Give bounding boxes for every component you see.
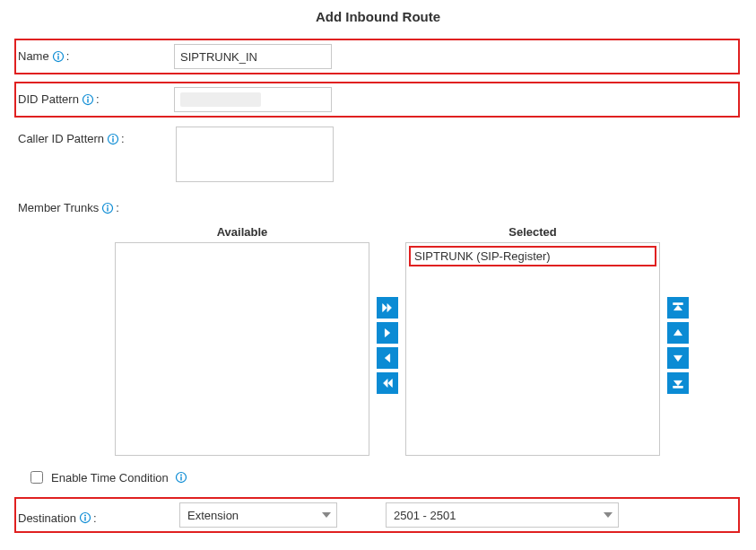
caret-down-icon bbox=[322, 512, 331, 518]
svg-rect-12 bbox=[673, 303, 683, 305]
move-down-button[interactable] bbox=[667, 347, 689, 369]
svg-point-4 bbox=[87, 96, 89, 98]
colon: : bbox=[93, 511, 97, 525]
move-bottom-button[interactable] bbox=[667, 372, 689, 394]
colon: : bbox=[66, 49, 70, 63]
colon: : bbox=[96, 92, 100, 106]
destination-label: Destination bbox=[18, 511, 76, 525]
colon: : bbox=[116, 201, 119, 214]
svg-rect-8 bbox=[112, 138, 113, 142]
destination-type-value: Extension bbox=[187, 509, 239, 522]
destination-target-select[interactable]: 2501 - 2501 bbox=[386, 502, 619, 528]
move-right-button[interactable] bbox=[377, 322, 398, 344]
svg-rect-19 bbox=[84, 517, 85, 520]
did-label: DID Pattern bbox=[18, 92, 79, 106]
svg-point-10 bbox=[107, 205, 109, 206]
destination-type-select[interactable]: Extension bbox=[179, 502, 337, 528]
move-all-right-button[interactable] bbox=[377, 297, 398, 319]
svg-rect-2 bbox=[57, 56, 58, 59]
selected-listbox[interactable]: SIPTRUNK (SIP-Register) bbox=[405, 242, 660, 456]
cid-label: Caller ID Pattern bbox=[18, 132, 104, 145]
page-title: Add Inbound Route bbox=[18, 9, 738, 24]
svg-point-18 bbox=[84, 514, 86, 516]
info-icon[interactable] bbox=[79, 511, 91, 524]
order-buttons bbox=[667, 297, 689, 394]
caret-down-icon bbox=[604, 512, 613, 518]
destination-target-value: 2501 - 2501 bbox=[394, 509, 456, 522]
move-all-left-button[interactable] bbox=[377, 372, 398, 394]
member-trunks-label: Member Trunks bbox=[18, 201, 99, 214]
row-destination: Destination : Extension 2501 - 2501 bbox=[16, 499, 738, 531]
row-name: Name : bbox=[16, 40, 738, 73]
available-header: Available bbox=[115, 225, 369, 239]
dual-list: Available Selected SIPTRUNK (SIP-Registe… bbox=[115, 225, 738, 456]
info-icon[interactable] bbox=[175, 471, 187, 484]
svg-point-7 bbox=[112, 135, 114, 137]
row-time-condition: Enable Time Condition bbox=[27, 468, 738, 486]
time-condition-checkbox[interactable] bbox=[30, 471, 43, 484]
did-blurred-value bbox=[180, 92, 261, 107]
colon: : bbox=[121, 132, 125, 145]
svg-rect-13 bbox=[673, 387, 683, 388]
move-top-button[interactable] bbox=[667, 297, 689, 319]
move-left-button[interactable] bbox=[377, 347, 398, 369]
selected-header: Selected bbox=[405, 225, 660, 239]
time-condition-label: Enable Time Condition bbox=[51, 471, 169, 485]
name-input[interactable] bbox=[174, 44, 332, 69]
row-did: DID Pattern : bbox=[16, 83, 738, 116]
row-member-trunks: Member Trunks : bbox=[18, 196, 738, 214]
svg-point-15 bbox=[180, 474, 182, 476]
svg-rect-11 bbox=[108, 207, 109, 211]
info-icon[interactable] bbox=[52, 50, 65, 63]
info-icon[interactable] bbox=[107, 133, 119, 145]
info-icon[interactable] bbox=[101, 202, 114, 214]
cid-textarea[interactable] bbox=[176, 127, 334, 182]
move-up-button[interactable] bbox=[667, 322, 689, 344]
svg-rect-5 bbox=[87, 99, 88, 102]
did-input[interactable] bbox=[174, 87, 332, 112]
svg-point-1 bbox=[57, 53, 59, 55]
move-buttons bbox=[377, 297, 398, 394]
info-icon[interactable] bbox=[82, 93, 94, 106]
list-item[interactable]: SIPTRUNK (SIP-Register) bbox=[409, 246, 656, 266]
row-cid: Caller ID Pattern : bbox=[18, 127, 738, 185]
svg-rect-16 bbox=[180, 476, 181, 480]
name-label: Name bbox=[18, 49, 49, 63]
available-listbox[interactable] bbox=[115, 242, 369, 456]
